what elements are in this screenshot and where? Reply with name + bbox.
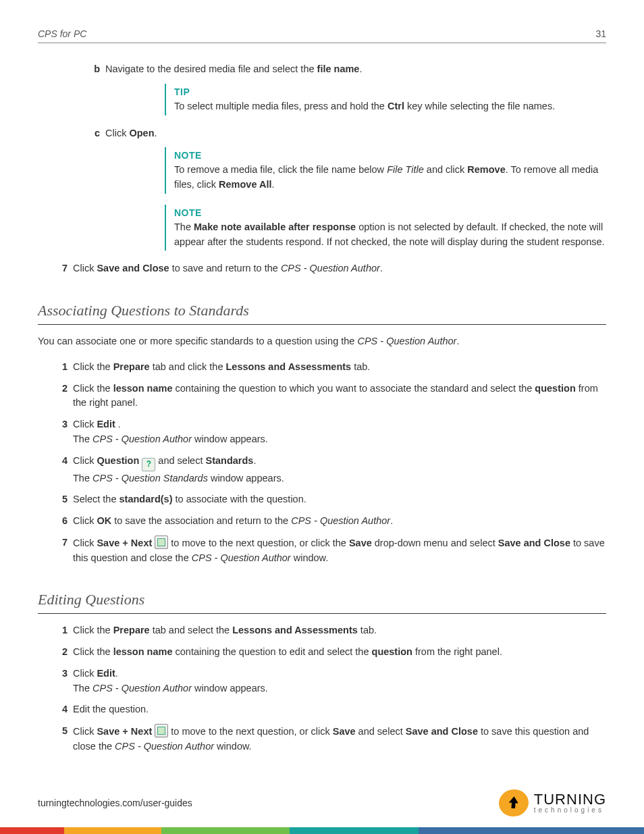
page-header: CPS for PC 31 <box>38 27 606 43</box>
marker-7-top: 7 <box>54 261 68 276</box>
edit-step-3: 3 Click Edit. The CPS - Question Author … <box>54 667 606 696</box>
note-callout-2: NOTE The Make note available after respo… <box>165 205 606 251</box>
note2-body: The Make note available after response o… <box>174 220 606 250</box>
tip-callout: TIP To select multiple media files, pres… <box>165 84 606 115</box>
heading-associating: Associating Questions to Standards <box>38 299 606 325</box>
header-page-number: 31 <box>595 27 606 41</box>
substep-list: b Navigate to the desired media file and… <box>86 62 606 77</box>
assoc-intro: You can associate one or more specific s… <box>38 334 606 349</box>
note2-label: NOTE <box>174 206 606 220</box>
marker-c: c <box>86 126 100 141</box>
heading-editing: Editing Questions <box>38 588 606 614</box>
assoc-step-7: 7 Click Save + Next to move to the next … <box>54 536 606 566</box>
edit-step-list: 1 Click the Prepare tab and select the L… <box>54 623 606 754</box>
substep-c: c Click Open. <box>86 126 606 141</box>
note-callout-1: NOTE To remove a media file, click the f… <box>165 147 606 194</box>
logo-text-main: TURNING <box>534 792 606 807</box>
assoc-step-list: 1 Click the Prepare tab and click the Le… <box>54 360 606 566</box>
edit-step-1: 1 Click the Prepare tab and select the L… <box>54 623 606 638</box>
step-7-top: 7 Click Save and Close to save and retur… <box>54 261 606 276</box>
tip-label: TIP <box>174 85 606 99</box>
substep-b-text: Navigate to the desired media file and s… <box>105 63 362 74</box>
assoc-step-4: 4 Click Question and select Standards. T… <box>54 454 606 486</box>
note1-label: NOTE <box>174 149 606 163</box>
note1-body: To remove a media file, click the file n… <box>174 163 606 192</box>
assoc-step-5: 5 Select the standard(s) to associate wi… <box>54 492 606 507</box>
substep-c-text: Click Open. <box>105 128 157 138</box>
logo-arrow-icon <box>497 787 530 818</box>
assoc-step-1: 1 Click the Prepare tab and click the Le… <box>54 360 606 375</box>
assoc-step-2: 2 Click the lesson name containing the q… <box>54 382 606 411</box>
step7-top-text: Click Save and Close to save and return … <box>73 263 383 273</box>
footer-gradient-bar <box>0 827 644 834</box>
edit-step-4: 4 Edit the question. <box>54 702 606 717</box>
step-list-top: 7 Click Save and Close to save and retur… <box>54 261 606 276</box>
save-next-icon <box>155 536 168 549</box>
question-icon <box>142 458 155 471</box>
footer-url: turningtechnologies.com/user-guides <box>38 796 192 810</box>
save-next-icon <box>155 724 168 737</box>
tip-body: To select multiple media files, press an… <box>174 99 606 114</box>
assoc-step-3: 3 Click Edit . The CPS - Question Author… <box>54 417 606 447</box>
document-page: CPS for PC 31 b Navigate to the desired … <box>0 0 644 834</box>
substep-b: b Navigate to the desired media file and… <box>86 62 606 77</box>
edit-step-5: 5 Click Save + Next to move to the next … <box>54 724 606 754</box>
logo-text-sub: technologies <box>534 807 606 814</box>
edit-step-2: 2 Click the lesson name containing the q… <box>54 645 606 660</box>
header-doc-title: CPS for PC <box>38 27 86 41</box>
page-footer: turningtechnologies.com/user-guides TURN… <box>38 789 606 816</box>
assoc-step-6: 6 Click OK to save the association and r… <box>54 514 606 529</box>
substep-list-c: c Click Open. <box>86 126 606 141</box>
company-logo: TURNING technologies <box>499 789 606 816</box>
marker-b: b <box>86 62 100 77</box>
